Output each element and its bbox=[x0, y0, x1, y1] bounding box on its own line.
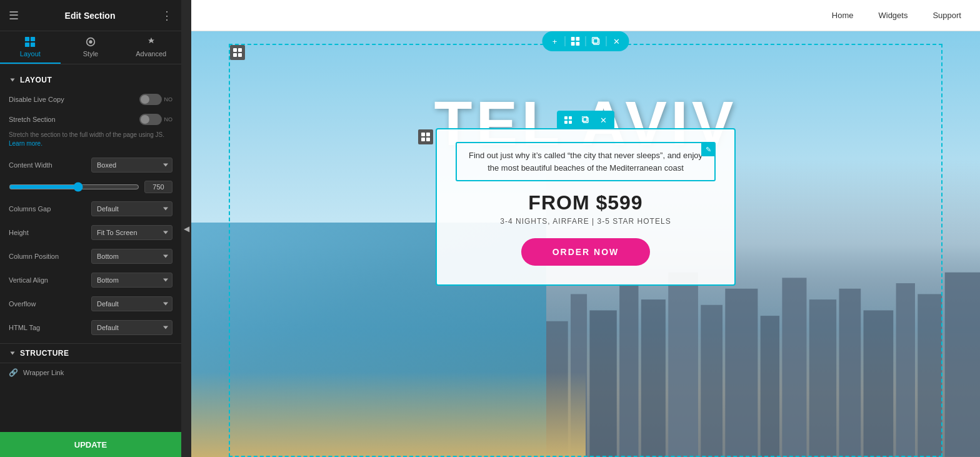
svg-rect-30 bbox=[233, 48, 237, 52]
link-icon: 🔗 bbox=[9, 368, 18, 377]
column-grid-button[interactable] bbox=[561, 113, 576, 128]
section-grid-button[interactable] bbox=[568, 34, 583, 49]
structure-section-header[interactable]: Structure bbox=[0, 344, 181, 363]
text-widget: ✎ Find out just why it’s called “the cit… bbox=[456, 142, 716, 181]
structure-section: Structure bbox=[0, 343, 181, 363]
panel-title: Edit Section bbox=[65, 11, 116, 21]
layout-section-header[interactable]: Layout bbox=[0, 71, 181, 89]
svg-rect-18 bbox=[809, 299, 836, 457]
disable-live-copy-row: Disable Live Copy NO bbox=[0, 89, 181, 109]
svg-rect-35 bbox=[426, 133, 430, 136]
panel-header: ☰ Edit Section ⋮ bbox=[0, 0, 181, 31]
toolbar-divider-1 bbox=[565, 36, 566, 46]
svg-rect-17 bbox=[782, 278, 806, 457]
svg-rect-22 bbox=[918, 294, 942, 457]
vertical-align-label: Vertical Align bbox=[9, 276, 86, 284]
nav-support[interactable]: Support bbox=[932, 11, 961, 20]
wrapper-link-label: Wrapper Link bbox=[23, 369, 172, 376]
tab-layout[interactable]: Layout bbox=[0, 31, 61, 64]
content-width-select-wrap: Boxed Full Width bbox=[91, 158, 172, 173]
overflow-row: Overflow Default Hidden bbox=[0, 292, 181, 316]
column-toolbar: ✕ bbox=[557, 111, 614, 129]
svg-rect-43 bbox=[582, 116, 587, 121]
section-add-button[interactable]: + bbox=[548, 34, 562, 49]
tab-layout-label: Layout bbox=[20, 50, 41, 58]
vertical-align-select-wrap: Bottom Top Middle bbox=[91, 273, 172, 288]
column-copy-button[interactable] bbox=[578, 113, 593, 128]
text-widget-edit-button[interactable]: ✎ bbox=[701, 143, 715, 156]
svg-rect-40 bbox=[564, 121, 568, 124]
columns-gap-select[interactable]: Default No Gap Narrow Extended bbox=[91, 201, 172, 216]
svg-rect-12 bbox=[641, 299, 666, 457]
tab-style[interactable]: Style bbox=[61, 31, 121, 64]
columns-gap-select-wrap: Default No Gap Narrow Extended bbox=[91, 201, 172, 216]
height-select[interactable]: Fit To Screen Default Min Height Full Sc… bbox=[91, 225, 172, 240]
width-value-input[interactable]: 750 bbox=[144, 181, 172, 193]
width-slider-wrap bbox=[9, 182, 139, 192]
svg-rect-11 bbox=[619, 283, 638, 457]
canvas-wrapper: + ✕ TEL AVIV bbox=[191, 31, 980, 457]
columns-gap-row: Columns Gap Default No Gap Narrow Extend… bbox=[0, 197, 181, 221]
toolbar-divider-3 bbox=[606, 36, 607, 46]
svg-rect-13 bbox=[668, 273, 698, 457]
column-position-label: Column Position bbox=[9, 253, 86, 260]
description-text: Find out just why it’s called “the city … bbox=[464, 149, 707, 174]
vertical-align-select[interactable]: Bottom Top Middle bbox=[91, 273, 172, 288]
section-position-icon[interactable] bbox=[230, 45, 245, 60]
width-slider-row: 750 bbox=[0, 177, 181, 197]
disable-live-copy-label: Disable Live Copy bbox=[9, 96, 134, 103]
content-width-select[interactable]: Boxed Full Width bbox=[91, 158, 172, 173]
tab-advanced[interactable]: Advanced bbox=[121, 31, 181, 64]
hamburger-icon[interactable]: ☰ bbox=[9, 9, 19, 23]
svg-rect-27 bbox=[576, 42, 580, 46]
learn-more-link[interactable]: Learn more. bbox=[9, 140, 42, 147]
overflow-select[interactable]: Default Hidden bbox=[91, 296, 172, 311]
svg-rect-39 bbox=[569, 116, 572, 119]
nav-widgets[interactable]: Widgets bbox=[878, 11, 908, 20]
order-button[interactable]: ORDER NOW bbox=[521, 238, 651, 266]
svg-rect-38 bbox=[564, 116, 568, 119]
overflow-label: Overflow bbox=[9, 300, 86, 308]
svg-rect-34 bbox=[421, 133, 425, 136]
stretch-section-row: Stretch Section NO bbox=[0, 109, 181, 129]
width-slider[interactable] bbox=[9, 182, 139, 192]
column-close-button[interactable]: ✕ bbox=[596, 113, 611, 128]
collapse-handle[interactable]: ◀ bbox=[181, 0, 191, 457]
tab-style-label: Style bbox=[83, 50, 98, 58]
update-button-label: UPDATE bbox=[74, 440, 107, 449]
panel-content: Layout Disable Live Copy NO Stretch Sect… bbox=[0, 64, 181, 432]
stretch-section-toggle[interactable] bbox=[139, 114, 162, 125]
html-tag-select[interactable]: Default div section header footer bbox=[91, 320, 172, 335]
svg-rect-36 bbox=[421, 138, 425, 141]
column-position-icon[interactable] bbox=[418, 129, 433, 144]
svg-marker-7 bbox=[10, 352, 14, 355]
section-toolbar: + ✕ bbox=[542, 31, 629, 51]
disable-live-copy-toggle[interactable] bbox=[139, 94, 162, 105]
nav-home[interactable]: Home bbox=[832, 11, 854, 20]
svg-marker-6 bbox=[10, 79, 14, 82]
section-close-button[interactable]: ✕ bbox=[609, 34, 624, 49]
left-panel: ☰ Edit Section ⋮ Layout Style Advanced L… bbox=[0, 0, 181, 457]
wrapper-link-row: 🔗 Wrapper Link bbox=[0, 363, 181, 382]
html-tag-select-wrap: Default div section header footer bbox=[91, 320, 172, 335]
price-text: FROM $599 bbox=[456, 191, 716, 214]
column-position-row: Column Position Bottom Top Middle bbox=[0, 244, 181, 268]
update-button[interactable]: UPDATE bbox=[0, 432, 181, 457]
svg-rect-31 bbox=[238, 48, 242, 52]
svg-rect-2 bbox=[25, 43, 29, 47]
svg-rect-33 bbox=[238, 53, 242, 57]
column-position-select[interactable]: Bottom Top Middle bbox=[91, 249, 172, 264]
height-label: Height bbox=[9, 229, 86, 236]
svg-rect-23 bbox=[945, 273, 980, 457]
svg-rect-10 bbox=[589, 311, 616, 457]
panel-tabs: Layout Style Advanced bbox=[0, 31, 181, 64]
svg-rect-15 bbox=[725, 289, 758, 457]
stretch-section-toggle-label: NO bbox=[164, 116, 173, 123]
svg-rect-37 bbox=[426, 138, 430, 141]
svg-rect-20 bbox=[863, 311, 893, 457]
svg-rect-26 bbox=[571, 42, 575, 46]
svg-rect-32 bbox=[233, 53, 237, 57]
section-copy-button[interactable] bbox=[589, 34, 604, 49]
svg-rect-42 bbox=[583, 118, 588, 123]
grid-menu-icon[interactable]: ⋮ bbox=[161, 9, 172, 23]
